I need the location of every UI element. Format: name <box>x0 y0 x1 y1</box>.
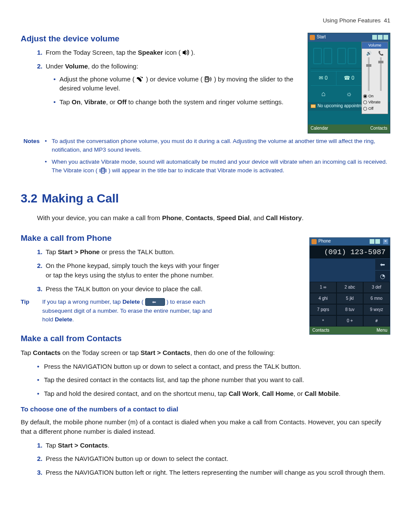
step-2: 2. Under Volume, do the following: Adjus… <box>37 62 390 107</box>
key-1: 1 ∞ <box>310 282 336 293</box>
today-titlebar: Start <box>308 33 390 42</box>
svg-point-0 <box>142 77 143 78</box>
speaker-tray-icon <box>378 35 383 40</box>
phone-keypad: 1 ∞ 2 abc 3 def 4 ghi 5 jkl 6 mno 7 pqrs… <box>310 282 390 327</box>
device-volume-icon <box>205 76 212 82</box>
key-9: 9 wxyz <box>363 304 390 315</box>
key-0: 0 + <box>336 315 363 327</box>
speaker-tray-icon <box>375 239 380 244</box>
tip-block: Tip If you tap a wrong number, tap Delet… <box>21 298 223 324</box>
note-2: When you activate Vibrate mode, sound wi… <box>45 158 390 175</box>
key-6: 6 mno <box>363 293 390 304</box>
figure-phone-keypad: Phone ✕ (091) 123-5987 ⬅ ◔ 1 ∞ 2 abc 3 d… <box>309 237 390 335</box>
contacts-bullet-3: Tap and hold the desired contact, and on… <box>37 389 390 398</box>
signal-icon <box>370 239 374 244</box>
backspace-button: ⬅ <box>375 258 390 270</box>
key-4: 4 ghi <box>310 293 336 304</box>
vibrate-icon <box>99 167 107 174</box>
start-flag-icon <box>310 35 315 40</box>
svg-point-1 <box>140 76 141 77</box>
phone-volume-icon <box>136 76 144 82</box>
dialed-number: (091) 123-5987 <box>310 246 390 258</box>
heading-call-from-phone: Make a call from Phone <box>21 232 223 244</box>
delete-key-icon <box>145 298 165 306</box>
key-star: ＊ <box>310 315 336 327</box>
choose-step-3: 3.Press the NAVIGATION button left or ri… <box>37 468 390 477</box>
note-1: To adjust the conversation phone volume,… <box>45 137 390 155</box>
key-7: 7 pqrs <box>310 304 336 315</box>
radio-off <box>363 107 367 111</box>
svg-rect-3 <box>206 78 208 80</box>
battery-icon <box>383 35 388 40</box>
key-3: 3 def <box>363 282 390 293</box>
phone-step-2: 2.On the Phone keypad, simply touch the … <box>37 261 223 280</box>
substep-tap-mode: Tap On, Vibrate, or Off to change both t… <box>53 97 390 107</box>
contacts-bullet-2: Tap the desired contact in the contacts … <box>37 375 390 385</box>
signal-icon <box>372 35 377 40</box>
close-icon: ✕ <box>383 239 388 244</box>
key-5: 5 jkl <box>336 293 363 304</box>
key-8: 8 tuv <box>336 304 363 315</box>
making-call-intro: With your device, you can make a call fr… <box>21 213 390 223</box>
key-2: 2 abc <box>336 282 363 293</box>
phone-step-3: 3.Press the TALK button on your device t… <box>37 284 223 294</box>
heading-choose-number: To choose one of the numbers of a contac… <box>21 404 390 414</box>
contacts-bullet-1: Press the NAVIGATION button up or down t… <box>37 362 390 371</box>
notes-block: Notes To adjust the conversation phone v… <box>21 137 390 179</box>
step-1: 1. From the Today Screen, tap the Speake… <box>37 48 390 57</box>
heading-making-a-call: 3.2Making a Call <box>21 190 390 208</box>
start-flag-icon <box>311 239 317 244</box>
call-history-button: ◔ <box>375 270 390 282</box>
choose-step-2: 2.Press the NAVIGATION button up or down… <box>37 454 390 464</box>
speaker-icon <box>182 50 189 56</box>
choose-step-1: 1. Tap Start > Contacts. <box>37 441 390 450</box>
key-hash: ＃ <box>363 315 390 327</box>
phone-step-1: 1. Tap Start > Phone or press the TALK b… <box>37 247 223 257</box>
svg-rect-5 <box>102 169 104 171</box>
running-header: Using Phone Features 41 <box>21 16 390 25</box>
contacts-intro: Tap Contacts on the Today screen or tap … <box>21 348 390 358</box>
substep-adjust-slider: Adjust the phone volume ( ) or device vo… <box>53 75 390 93</box>
choose-number-intro: By default, the mobile phone number (m) … <box>21 417 390 436</box>
